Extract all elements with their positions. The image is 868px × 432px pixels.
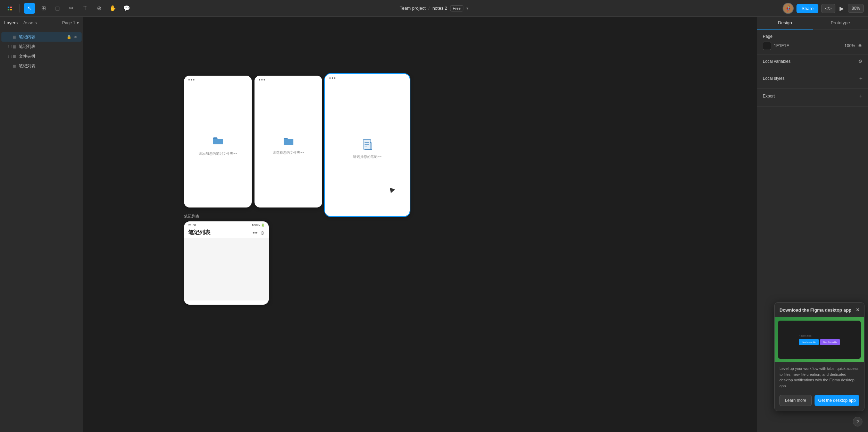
frame-select-note[interactable]: ••• 请选择您的笔记~~: [325, 74, 410, 216]
page-selector[interactable]: Page 1 ▾: [62, 20, 79, 25]
left-sidebar: Layers Assets Page 1 ▾ ⋮⋮ ▦ 笔记内容 🔒 👁 ⋮⋮ …: [0, 17, 83, 432]
zoom-control[interactable]: 80%: [848, 4, 864, 13]
list-frame-label: 笔记列表: [184, 214, 199, 219]
folder-icon-1: [212, 136, 224, 149]
page-section-header: Page: [763, 34, 862, 39]
toolbar-right: 🦸 Share </> ▶ 80%: [783, 0, 864, 17]
layer-icon-3: ▦: [12, 64, 17, 68]
right-sidebar-tabs: Design Prototype: [757, 17, 868, 30]
local-variables-icon[interactable]: ⚙: [858, 59, 862, 64]
svg-rect-4: [213, 139, 223, 144]
pen-tool[interactable]: ✏: [66, 3, 77, 14]
popup-preview-inner: Recent files New Image file New Figma fi…: [778, 321, 861, 359]
layer-icon-2: ▦: [12, 54, 17, 59]
page-name: Page 1: [62, 20, 75, 25]
folder-icon-2: [283, 136, 294, 147]
phone-content-2: 请选择您的文件夹~~: [254, 84, 322, 207]
layer-item-note-content[interactable]: ⋮⋮ ▦ 笔记内容 🔒 👁: [1, 32, 82, 42]
frame-tool[interactable]: ⊞: [38, 3, 49, 14]
sidebar-tabs: Layers Assets Page 1 ▾: [0, 17, 83, 29]
frame1-text: 请添加您的笔记文件夹~~: [199, 151, 237, 156]
plan-badge[interactable]: Free: [450, 5, 464, 11]
project-name: Team project: [400, 6, 425, 11]
local-styles-header: Local styles +: [763, 75, 862, 82]
note-icon-3: [362, 139, 372, 152]
svg-rect-1: [10, 7, 12, 8]
svg-rect-3: [10, 9, 12, 10]
popup-close-button[interactable]: ×: [856, 307, 859, 313]
export-section: Export +: [757, 89, 868, 107]
component-tool[interactable]: ⊕: [93, 3, 105, 14]
preview-btn2: New Figma file: [823, 341, 837, 343]
local-variables-header: Local variables ⚙: [763, 59, 862, 64]
svg-rect-2: [8, 9, 9, 10]
separator: [19, 4, 20, 12]
page-section: Page 1E1E1E 100% 👁: [757, 30, 868, 54]
learn-more-button[interactable]: Learn more: [779, 395, 812, 406]
share-button[interactable]: Share: [796, 4, 818, 13]
list-statusbar: 21:30 100% 🔋: [184, 221, 269, 228]
more-icon[interactable]: •••: [252, 230, 258, 236]
visibility-icon-0: 👁: [74, 35, 77, 39]
play-button[interactable]: ▶: [838, 4, 845, 13]
code-view-button[interactable]: </>: [821, 4, 835, 13]
preview-btn1: New Image file: [802, 341, 816, 343]
tab-design[interactable]: Design: [757, 17, 813, 29]
phone-dots-3: •••: [329, 75, 336, 81]
list-title-bar: 笔记列表 ••• ⊙: [184, 228, 269, 238]
visibility-toggle[interactable]: 👁: [858, 43, 862, 49]
page-section-label: Page: [763, 34, 773, 39]
local-variables-section: Local variables ⚙: [757, 54, 868, 71]
target-icon[interactable]: ⊙: [260, 230, 265, 236]
canvas[interactable]: ••• 请添加您的笔记文件夹~~ ••• 请选择您的文件夹~~: [83, 17, 757, 432]
phone-content-3: 请选择您的笔记~~: [325, 82, 410, 216]
popup-actions: Learn more Get the desktop app: [775, 392, 864, 411]
tab-layers[interactable]: Layers: [4, 19, 18, 26]
menu-icon[interactable]: [4, 3, 15, 14]
hand-tool[interactable]: ✋: [107, 3, 118, 14]
svg-rect-0: [8, 7, 9, 8]
cursor-tool[interactable]: ↖: [24, 3, 35, 14]
user-avatar[interactable]: 🦸: [783, 3, 794, 14]
frame-select-folder[interactable]: ••• 请选择您的文件夹~~: [254, 76, 322, 207]
export-add-icon[interactable]: +: [859, 93, 862, 99]
local-styles-label: Local styles: [763, 76, 785, 81]
page-opacity-value: 100%: [841, 43, 855, 48]
frame3-text: 请选择您的笔记~~: [353, 154, 382, 159]
frame2-text: 请选择您的文件夹~~: [273, 150, 304, 155]
page-color-row: 1E1E1E 100% 👁: [763, 42, 862, 50]
page-color-swatch[interactable]: [763, 42, 771, 50]
export-header: Export +: [763, 93, 862, 99]
phone-status-bar-1: •••: [184, 76, 252, 84]
text-tool[interactable]: T: [80, 3, 91, 14]
list-title: 笔记列表: [188, 229, 210, 236]
file-name: notes 2: [432, 6, 447, 11]
layer-name-2: 文件夹树: [19, 53, 35, 59]
shape-tool[interactable]: ◻: [52, 3, 63, 14]
layer-item-folder-tree[interactable]: ⋮⋮ ▦ 文件夹树: [1, 52, 82, 61]
layer-name-3: 笔记列表: [19, 63, 35, 69]
popup-header: Download the Figma desktop app ×: [775, 303, 864, 317]
popup-description: Level up your workflow with tabs, quick …: [775, 362, 864, 392]
status-icons: 100% 🔋: [252, 223, 265, 227]
battery-text: 100%: [252, 223, 260, 227]
comment-tool[interactable]: 💬: [121, 3, 132, 14]
get-desktop-app-button[interactable]: Get the desktop app: [815, 395, 859, 406]
layer-item-note-list-2[interactable]: ⋮⋮ ▦ 笔记列表: [1, 61, 82, 71]
plan-dropdown-icon[interactable]: ▾: [466, 6, 468, 11]
frame-note-list[interactable]: 21:30 100% 🔋 笔记列表 ••• ⊙: [184, 221, 269, 305]
toolbar: ↖ ⊞ ◻ ✏ T ⊕ ✋ 💬 Team project / notes 2 F…: [0, 0, 868, 17]
local-styles-add-icon[interactable]: +: [859, 75, 862, 82]
layer-icon-0: ▦: [12, 35, 17, 39]
export-label: Export: [763, 94, 775, 99]
layer-name-1: 笔记列表: [19, 44, 35, 50]
page-dropdown-icon: ▾: [77, 20, 79, 25]
drag-handle: ⋮⋮: [7, 35, 10, 39]
help-button[interactable]: ?: [853, 417, 862, 426]
tab-assets[interactable]: Assets: [23, 19, 37, 26]
list-time: 21:30: [188, 223, 196, 227]
layer-item-note-list-1[interactable]: ⋮⋮ ▦ 笔记列表: [1, 42, 82, 51]
frame-add-folder[interactable]: ••• 请添加您的笔记文件夹~~: [184, 76, 252, 207]
tab-prototype[interactable]: Prototype: [813, 17, 868, 29]
list-body: [184, 238, 269, 300]
